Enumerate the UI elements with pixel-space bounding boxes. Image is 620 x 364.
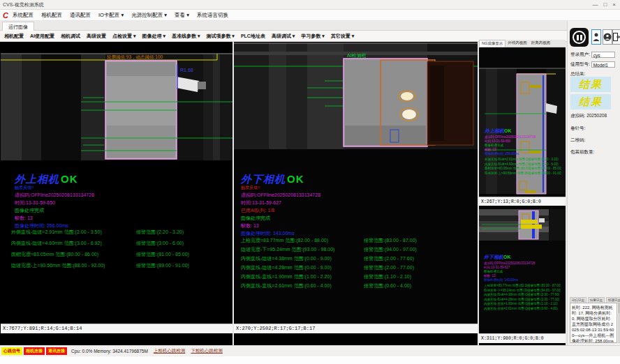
middle-measurements: 上枪宽度=83.77mm 范围:(82.00 - 88.00)报警范围:(83.…: [241, 237, 475, 291]
toolbar-item[interactable]: 高级调试 ▾: [272, 33, 295, 40]
toolbar-item[interactable]: 学习参数 ▾: [301, 33, 324, 40]
upper-camera-heartbeat[interactable]: 上相机心跳检测: [154, 348, 186, 354]
tiny-label: [525, 190, 536, 193]
user-mode-button[interactable]: [591, 29, 601, 45]
frame-line: 帧数: 13: [15, 214, 94, 222]
bottom-margin: [0, 356, 620, 364]
measurement-row: 隐缝宽度-下=95.24mm 范围:(93.00 - 98.00)报警范围:(9…: [241, 246, 475, 255]
barcode-line: 虚拟码:OFFline20250208133134728: [15, 191, 94, 199]
status-ok: OK: [61, 173, 78, 185]
time-line: 时间:13-31-59-650: [15, 199, 94, 206]
result-block-2: 结果: [570, 94, 611, 109]
tiny-label: [530, 85, 541, 88]
thumb-tab[interactable]: NG成像显示: [479, 40, 505, 47]
menu-item[interactable]: 通讯配置: [70, 12, 91, 19]
radius-label: R1.68: [180, 68, 193, 73]
operator-icon: [603, 33, 612, 41]
exit-door-icon: [613, 33, 620, 41]
toolbar-item[interactable]: 高级设置: [87, 33, 106, 40]
thumb-bottom-coord-bar: X:311;Y:980;R:0;G:0;B:0: [479, 333, 566, 343]
barcode-line: 虚拟码:OFFline20250208133134728: [241, 191, 320, 199]
menu-item[interactable]: 光源控制配置 ▾: [131, 12, 167, 19]
middle-camera-panel: AI检测框 外下相机OK 触发反馈!! 虚拟码:OFFline202502081…: [234, 42, 478, 333]
measurement-row: 圆帽宽度=83.05mm 范围:(80.00 - 86.00)报警范围:(81.…: [11, 251, 229, 262]
process-done-line: 图像处理完成: [15, 206, 94, 214]
menu-items: 系统配置相机配置通讯配置IO卡配置 ▾光源控制配置 ▾查看 ▾系统语言切换: [13, 12, 236, 19]
measurement-row: 内侧直线-直线=1.90mm 范围:(1.00 - 2.20)报警范围:(1.1…: [241, 273, 475, 282]
thumbnail-tabs: NG成像显示外线内视图距离内视图: [479, 40, 566, 47]
toolbar-item[interactable]: 图像处理 ▾: [142, 33, 165, 40]
measurement-row: 内侧直线-直线=2.61mm 范围:(0.60 - 4.00)报警范围:(0.6…: [241, 282, 475, 291]
app-window: CVS-视觉检测系统 — □ × C 系统配置相机配置通讯配置IO卡配置 ▾光源…: [0, 0, 620, 364]
menu-item[interactable]: 系统配置: [13, 12, 34, 19]
user-icon: [593, 32, 600, 42]
measurement-row: 上枪宽度=83.77mm 范围:(82.00 - 88.00)报警范围:(83.…: [241, 237, 475, 246]
app-logo-icon: C: [3, 11, 8, 20]
status-badge: 通讯连接: [46, 347, 67, 355]
process-done-line: 图像处理完成: [241, 214, 320, 222]
statusbar: 心跳信号相机连接通讯连接 Cpu: 0.0% Memory: 3424.4179…: [0, 345, 620, 356]
needle-field: 卷针号:: [570, 126, 585, 132]
camera-title: 外上相机OK: [485, 123, 561, 135]
connector-blob: [539, 218, 545, 222]
thumb-top-info: 外上相机OK虚拟码:OFFline20250208133134728时间:13-…: [485, 123, 561, 176]
ai-queue-line: 已用AI队列: 1/8: [241, 206, 320, 214]
thumb-top-coord-bar: X:267;Y:13;R:0;G:0;B:0: [479, 197, 566, 206]
window-title: CVS-视觉检测系统: [3, 1, 44, 8]
highlight-label: [521, 225, 542, 229]
highlight-label: [521, 220, 538, 224]
pause-button[interactable]: [570, 28, 589, 47]
toolbar-item[interactable]: 相机配置: [4, 33, 24, 40]
toolbar-item[interactable]: 测试项参数 ▾: [206, 33, 234, 40]
time-line: 时间:13-31-59-627: [241, 199, 320, 206]
frame-line: 帧数: 13: [241, 222, 320, 229]
sidebar: 登录用户: cys 使用型号: Model1 总结果: 结果 结果 虚拟码: 2…: [567, 21, 620, 345]
login-user-input[interactable]: cys: [591, 52, 615, 58]
thumb-bottom-panel: 外下相机OK虚拟码:OFFline20250208133134728时间:13-…: [479, 206, 566, 343]
menu-item[interactable]: 相机配置: [41, 12, 62, 19]
tabstrip: 运行图像: [0, 21, 567, 31]
middle-coord-bar: X:270;Y:2502;R:17;G:17;B:17: [234, 324, 478, 333]
login-user-field: 登录用户: cys: [570, 52, 615, 58]
minimize-button[interactable]: —: [592, 0, 598, 10]
info-line: 图像处理时间: 256.00ms: [485, 152, 561, 156]
toolbar-item[interactable]: 其它设置 ▾: [331, 33, 354, 40]
toolbar-item[interactable]: PLC地址表: [241, 33, 265, 40]
left-coord-bar: X:7677;Y:891;R:14;G:14;B:14: [1, 324, 232, 333]
toolbar-item[interactable]: 点检设置 ▾: [112, 33, 135, 40]
measurement-row: 内侧直线-隐缝=4.60mm 范围:(3.00 - 6.92)报警范围:(3.0…: [11, 240, 229, 251]
exit-button[interactable]: [612, 29, 620, 45]
model-select[interactable]: Model1: [591, 61, 615, 68]
thumb-tab[interactable]: 距离内视图: [529, 40, 553, 47]
menu-item[interactable]: 查看 ▾: [175, 12, 189, 19]
menu-item[interactable]: 系统语言切换: [197, 12, 228, 19]
thumb-bottom-info: 外下相机OK虚拟码:OFFline20250208133134728时间:13-…: [484, 249, 561, 311]
lower-camera-heartbeat[interactable]: 下相机心跳检测: [191, 348, 223, 354]
menu-item[interactable]: IO卡配置 ▾: [98, 12, 124, 19]
toolbar-item[interactable]: AI使用配置: [30, 33, 54, 40]
qr-field: 二维码:: [570, 137, 585, 144]
toolbar-item[interactable]: 基准线参数 ▾: [172, 33, 200, 40]
camera-title: 外下相机OK: [484, 249, 561, 261]
status-badge: 相机连接: [24, 347, 45, 355]
box-count-field: 包装箱数量:: [570, 149, 594, 156]
threshold-label: 轮廓阈值:93，动态阈值:100: [107, 54, 163, 60]
pause-icon: [573, 31, 586, 44]
measurement-row: 内侧直线-隐缝=4.28mm 范围:(0.00 - 9.00)报警范围:(2.0…: [241, 264, 475, 273]
process-time-line: 图像处理时间: 143.00ms: [241, 229, 320, 237]
titlebar: CVS-视觉检测系统 — □ ×: [0, 0, 620, 10]
weld-flame: [402, 109, 416, 119]
log-box[interactable]: 耗时: 222, 网络检测耗时: 17, 网络分类耗时: 0, 网络提取分区耗时…: [570, 303, 617, 343]
barcode-field: 虚拟码: 20250208: [570, 113, 607, 119]
tab-run-image[interactable]: 运行图像: [2, 22, 34, 31]
thumb-top-panel: 外上相机OK虚拟码:OFFline20250208133134728时间:13-…: [479, 47, 566, 206]
close-button[interactable]: ×: [612, 0, 616, 10]
model-field: 使用型号: Model1: [570, 61, 615, 68]
maximize-button[interactable]: □: [603, 0, 607, 10]
toolbar-item[interactable]: 相机调试: [61, 33, 80, 40]
measurement-row: 外侧直线-隐缝=2.91mm 范围:(2.00 - 3.50)报警范围:(2.2…: [11, 229, 229, 240]
thumb-tab[interactable]: 外线内视图: [505, 40, 529, 47]
measurement-row: 隐缝宽度-上=90.56mm 范围:(88.00 - 92.00)报警范围:(8…: [11, 262, 229, 273]
status-badge: 心跳信号: [1, 347, 22, 355]
operator-button[interactable]: [603, 29, 612, 45]
